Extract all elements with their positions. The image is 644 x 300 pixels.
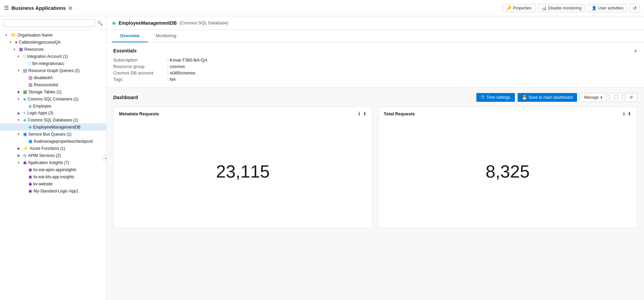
metadata-download-button[interactable]: ⬇ [363,111,367,116]
settings-icon[interactable]: ⚙ [68,5,73,11]
sidebar-item-kv-eai-apim[interactable]: ◉ kv-eai-apim-appinsights [0,166,106,173]
user-activities-button[interactable]: 👤 User activities [588,4,627,12]
tab-monitoring[interactable]: Monitoring [148,30,185,42]
metadata-requests-header: Metadata Requests ℹ ⬇ [119,111,367,116]
user-icon: 👤 [592,6,597,10]
storage-icon: ▦ [23,89,27,94]
cosmos-db-icon: ◈ [23,117,26,122]
cosmos-account-val: : si360cosmos [167,70,195,75]
sidebar-item-apim[interactable]: ▶ ◎ APIM Services (2) [0,152,106,159]
sidebar-item-employeemanagementdb[interactable]: ◈ EmployeeManagementDB [0,123,106,131]
app-insights-icon: ◉ [23,160,27,165]
essentials-title: Essentials [113,48,137,53]
resource-group-val: : cosmos [167,64,185,69]
dashboard-section: Dashboard ⏱ Time settings 💾 Save to main… [106,88,644,234]
sidebar-item-logic-apps[interactable]: ▶ ∿ Logic Apps (3) [0,110,106,116]
tags-key: Tags [113,77,167,82]
manage-button[interactable]: Manage ▾ [580,93,607,102]
sidebar-item-org[interactable]: ▾ 📁 Organisation Name [0,31,106,39]
resource-graph-arrow: ▾ [18,69,22,72]
sidebar-item-resources[interactable]: ▾ ▦ Resources [0,46,106,53]
metadata-requests-actions: ℹ ⬇ [358,111,367,116]
sidebar-item-finalmanage[interactable]: ▣ finalmanagepropertiescheckprod [0,138,106,145]
subscription-key: Subscription [113,57,167,63]
ba-integrationacc-icon: □ [28,61,31,66]
refresh-button[interactable]: ↺ [630,4,640,13]
sidebar-item-azure-functions[interactable]: ▶ ⚡ Azure Functions (1) [0,145,106,152]
sidebar: 🔍 ▾ 📁 Organisation Name ▾ ● Cabbookingpr… [0,16,106,300]
app-insights-arrow: ▾ [18,161,22,164]
sidebar-item-ba-integrationacc[interactable]: □ BA-integrationacc [0,60,106,67]
sidebar-item-employee[interactable]: ◈ Employee [0,102,106,110]
time-settings-button[interactable]: ⏱ Time settings [476,93,515,102]
logic-apps-arrow: ▶ [18,111,22,115]
app-title: Business Applications [11,5,66,11]
monitor-icon: 📊 [542,6,547,10]
azure-functions-icon: ⚡ [23,146,28,151]
sidebar-item-cosmos-containers[interactable]: ▾ ◈ Cosmos SQL Containers (1) [0,95,106,102]
key-icon: 🔑 [506,6,511,10]
sidebar-item-resourceslist[interactable]: ▤ Resourceslist [0,81,106,88]
essentials-header: Essentials ∧ [113,48,637,53]
total-download-button[interactable]: ⬇ [627,111,631,116]
resources-arrow: ▾ [14,47,18,51]
apim-icon: ◎ [23,153,27,158]
my-logic-app1-icon: ◉ [28,188,32,193]
manage-chevron-icon: ▾ [600,95,602,100]
main-layout: 🔍 ▾ 📁 Organisation Name ▾ ● Cabbookingpr… [0,16,644,300]
metadata-requests-title: Metadata Requests [119,111,159,116]
total-requests-actions: ℹ ⬇ [623,111,631,116]
app-menu-icon[interactable]: ☰ [4,5,9,11]
sidebar-item-resource-graph[interactable]: ▾ ▤ Resource Graph Queries (2) [0,67,106,74]
properties-button[interactable]: 🔑 Properties [503,4,535,12]
employeemanagementdb-icon: ◈ [28,124,32,130]
sidebar-item-storage-tables[interactable]: ▶ ▦ Storage Tables (1) [0,88,106,95]
metadata-info-button[interactable]: ℹ [358,111,360,116]
cabbooking-arrow: ▾ [9,40,14,44]
total-requests-chart: Total Requests ℹ ⬇ 8,325 [378,107,637,228]
resource-graph-icon: ▤ [23,68,27,73]
sidebar-item-kv-eai-bts[interactable]: ◉ kv-eai-bts-app-insights [0,173,106,180]
cosmos-containers-arrow: ▾ [18,97,22,101]
save-icon: 💾 [522,95,527,100]
content-area: ◈ EmployeeManagementDB (Cosmos SQL Datab… [106,16,644,300]
resource-group-key: Resource group [113,64,167,69]
sidebar-item-disabledIA[interactable]: ▤ disabledIA [0,74,106,81]
save-to-main-button[interactable]: 💾 Save to main dashboard [518,93,577,102]
essentials-collapse-button[interactable]: ∧ [634,48,637,53]
sidebar-item-cosmos-databases[interactable]: ▾ ◈ Cosmos SQL Databases (1) [0,116,106,123]
cosmos-containers-icon: ◈ [23,96,26,101]
tree-node-org: ▾ 📁 Organisation Name ▾ ● Cabbookingproc… [0,31,106,194]
kv-eai-apim-icon: ◉ [28,167,32,172]
sidebar-item-cabbooking[interactable]: ▾ ● CabbookingprocessQA [0,39,106,46]
sidebar-item-service-bus[interactable]: ▾ ▣ Service Bus Queues (1) [0,131,106,138]
cabbooking-icon: ● [15,40,18,45]
sidebar-item-kv-website[interactable]: ◉ kv-website [0,180,106,187]
sidebar-tree: ▾ 📁 Organisation Name ▾ ● Cabbookingproc… [0,30,106,300]
essentials-row-subscription: Subscription : Kovai-T360-BA-QA [113,57,637,63]
essentials-row-tags: Tags : NA [113,77,637,82]
org-folder-icon: 📁 [11,32,16,38]
db-header-icon: ◈ [112,20,116,26]
sidebar-item-my-standard-logic-app1[interactable]: ◉ My-Standard-Logic-App1 [0,187,106,194]
content-body: Essentials ∧ Subscription : Kovai-T360-B… [106,43,644,300]
finalmanage-icon: ▣ [28,139,32,144]
storage-arrow: ▶ [18,90,22,94]
search-input[interactable] [3,19,95,27]
total-info-button[interactable]: ℹ [623,111,625,116]
dashboard-title: Dashboard [113,95,138,100]
dashboard-header: Dashboard ⏱ Time settings 💾 Save to main… [113,93,637,102]
essentials-grid: Subscription : Kovai-T360-BA-QA Resource… [113,57,637,82]
tab-overview[interactable]: Overview [112,30,148,42]
service-bus-icon: ▣ [23,132,27,137]
azure-functions-arrow: ▶ [18,146,22,150]
essentials-section: Essentials ∧ Subscription : Kovai-T360-B… [106,43,644,88]
disable-monitoring-button[interactable]: 📊 Disable monitoring [538,4,585,12]
sidebar-item-integration-account[interactable]: ▾ □ Integration Account (1) [0,53,106,60]
sidebar-item-app-insights[interactable]: ▾ ◉ Application Insights (7) [0,159,106,166]
essentials-row-resource-group: Resource group : cosmos [113,64,637,69]
essentials-row-cosmos-account: Cosmos DB account : si360cosmos [113,70,637,75]
dashboard-refresh-button[interactable]: ↺ [625,93,637,102]
tabs-bar: Overview Monitoring [106,30,644,43]
expand-button[interactable]: ⛶ [610,93,622,102]
